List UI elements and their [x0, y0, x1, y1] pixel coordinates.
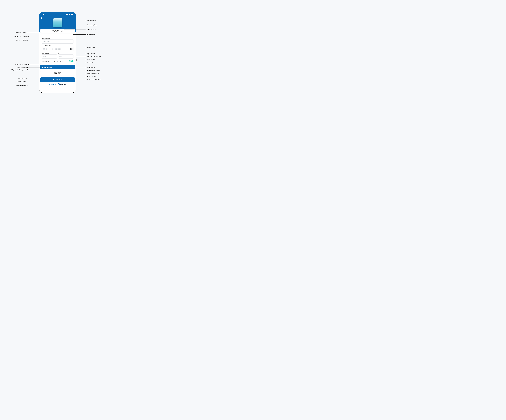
callout-title-font: Title Font/Size	[87, 28, 96, 30]
page-title: Pay with card	[52, 30, 63, 32]
arrow-head-icon	[28, 40, 29, 41]
callout-billing-text: Billing Text Color	[0, 67, 27, 68]
arrow-line	[69, 56, 86, 56]
callout-secondary-color-l: Secondary Color	[0, 84, 27, 86]
expiry-label: Expiry Date	[42, 52, 57, 54]
arrow-head-icon	[31, 70, 31, 70]
amount-text: 20.0 EGP	[54, 72, 61, 74]
arrow-head-icon	[86, 20, 87, 21]
callout-billing-header-bg: Billing Header background Color	[0, 69, 30, 71]
paytabs-text: PayTabs	[60, 83, 66, 85]
arrow-head-icon	[86, 62, 87, 63]
arrow-head-icon	[26, 78, 27, 79]
arrow-line	[29, 40, 41, 40]
arrow-line	[61, 80, 86, 80]
card-icon	[43, 48, 45, 50]
save-card-row: Save card no. for future payments	[42, 60, 73, 62]
card-number-wrap	[42, 47, 73, 51]
amount-card: 20.0 EGP	[40, 71, 75, 75]
arrow-head-icon	[86, 70, 87, 71]
card-number-input[interactable]	[42, 47, 73, 51]
arrow-head-icon	[27, 85, 28, 86]
callout-input-bg: Input background color	[87, 55, 101, 57]
arrow-head-icon	[86, 47, 87, 48]
battery-icon	[71, 14, 73, 15]
svg-rect-3	[68, 14, 68, 15]
save-card-toggle[interactable]	[69, 60, 73, 62]
pay-button[interactable]: PAY NOW	[40, 77, 75, 82]
arrow-head-icon	[86, 76, 87, 77]
cvv-label: CVV	[58, 52, 73, 54]
arrow-head-icon	[86, 29, 87, 30]
arrow-line	[27, 79, 40, 79]
callout-billing-margin: Billing Margin	[87, 67, 95, 68]
arrow-line	[71, 61, 77, 61]
phone-frame: 9:41 Pay with card Name on Card	[39, 12, 76, 93]
arrow-line	[28, 85, 48, 85]
arrow-head-icon	[26, 32, 27, 33]
arrow-head-icon	[86, 56, 87, 57]
back-button[interactable]	[41, 17, 42, 20]
expiry-input[interactable]	[42, 54, 57, 59]
status-bar: 9:41	[39, 12, 76, 16]
callout-input-radius: Input Radius	[87, 53, 95, 54]
svg-rect-0	[67, 14, 67, 15]
callout-card-radius: Card Corner Radius	[0, 63, 27, 65]
chevron-right-icon	[73, 66, 73, 68]
status-time: 9:41	[42, 14, 44, 15]
callout-button-color: Button Color	[0, 78, 25, 80]
arrow-head-icon	[86, 80, 87, 80]
callout-stroke-color: Stroke Color	[87, 47, 95, 48]
card-number-label: Card Number	[42, 45, 73, 46]
arrow-line	[74, 76, 86, 76]
paytabs-badge-icon: P	[58, 83, 60, 85]
arrow-head-icon	[86, 73, 87, 74]
billing-label: Billing Details	[42, 66, 52, 68]
callout-billing-radius: Billing Corner Radius	[87, 69, 100, 71]
status-indicators	[67, 14, 73, 15]
callout-primary-font: Primary Font Color/Size	[0, 35, 29, 37]
form-card: Name on Card Card Number Expiry Date CVV	[40, 35, 75, 64]
callout-track-color: Track color	[87, 62, 94, 64]
svg-rect-1	[67, 14, 67, 15]
callout-card-elev: Card Elevation	[87, 75, 96, 77]
cvv-input[interactable]	[58, 54, 73, 59]
arrow-line	[28, 68, 41, 68]
callout-hint-font: Hint Font Color/Size	[0, 39, 28, 41]
arrow-head-icon	[86, 53, 87, 54]
arrow-line	[31, 70, 40, 70]
name-input[interactable]	[42, 40, 73, 44]
arrow-head-icon	[86, 67, 87, 68]
svg-rect-5	[71, 14, 73, 14]
callout-button-radius: Button Radius	[0, 81, 26, 82]
signal-icon	[67, 14, 68, 15]
merchant-logo	[53, 18, 62, 27]
powered-by: Powered By P PayTabs	[39, 83, 76, 85]
name-label: Name on Card	[42, 37, 73, 39]
arrow-head-icon	[27, 67, 28, 68]
save-card-label: Save card no. for future payments	[42, 60, 63, 62]
powered-label: Powered By	[49, 83, 57, 85]
camera-icon[interactable]	[70, 48, 73, 50]
wifi-icon	[69, 14, 70, 15]
arrow-head-icon	[28, 64, 28, 65]
arrow-head-icon	[86, 59, 87, 60]
callout-secondary-color-r: Secondary Color	[87, 24, 97, 26]
callout-button-font: Button Font Color/Size	[87, 79, 101, 81]
arrow-head-icon	[27, 81, 27, 82]
arrow-head-icon	[29, 36, 30, 37]
pay-button-label: PAY NOW	[53, 79, 62, 81]
callout-amount-font: Amount Font Color	[87, 73, 99, 75]
billing-header[interactable]: Billing Details	[40, 65, 75, 69]
callout-merchant-logo: Merchant Logo	[87, 20, 96, 21]
content-area: Name on Card Card Number Expiry Date CVV	[39, 34, 76, 93]
arrow-head-icon	[86, 25, 87, 25]
callout-bg-color: Background Color	[0, 32, 26, 33]
callout-handle-color: Handle Color	[87, 58, 95, 60]
callout-primary-color: Primary Color	[87, 34, 96, 35]
arrow-head-icon	[86, 34, 87, 35]
svg-rect-2	[67, 14, 68, 15]
